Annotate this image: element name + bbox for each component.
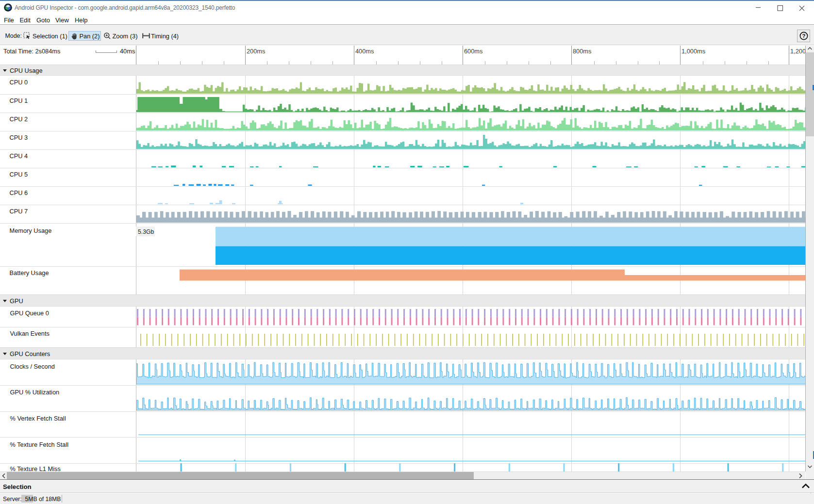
svg-text:?: ? <box>802 33 805 39</box>
